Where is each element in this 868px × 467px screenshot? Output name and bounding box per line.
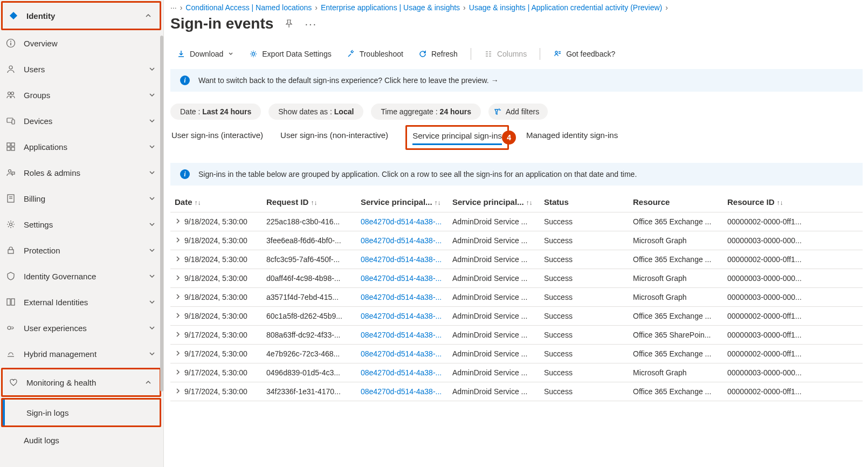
sidebar-item-billing[interactable]: Billing — [0, 186, 163, 211]
refresh-button[interactable]: Refresh — [412, 46, 464, 61]
table-row[interactable]: 9/18/2024, 5:30:00d0aff46f-4c98-4b98-...… — [170, 269, 863, 288]
sidebar-item-users[interactable]: Users — [0, 56, 163, 82]
tab-managed-identity[interactable]: Managed identity sign-ins — [526, 128, 618, 150]
sidebar-item-label: Settings — [24, 220, 148, 229]
sidebar-item-protection[interactable]: Protection — [0, 237, 163, 263]
col-reqid[interactable]: Request ID — [266, 197, 308, 207]
sidebar-item-userexp[interactable]: User experiences — [0, 315, 163, 341]
chevron-down-icon — [148, 117, 157, 125]
download-button[interactable]: Download — [170, 46, 240, 61]
sidebar-item-label: Identity — [26, 11, 144, 20]
table-row[interactable]: 9/17/2024, 5:30:00808a63ff-dc92-4f33-...… — [170, 326, 863, 345]
chevron-down-icon — [228, 51, 234, 57]
chevron-right-icon[interactable] — [175, 369, 181, 375]
breadcrumb-link[interactable]: Conditional Access | Named locations — [185, 3, 312, 12]
sidebar-item-overview[interactable]: Overview — [0, 30, 163, 56]
cell-reqid: 8cfc3c95-7af6-450f-... — [262, 250, 356, 269]
sort-icon[interactable]: ↑↓ — [777, 199, 783, 207]
sidebar-item-audit[interactable]: Audit logs — [0, 427, 163, 453]
sidebar-item-devices[interactable]: Devices — [0, 108, 163, 134]
chevron-right-icon[interactable] — [175, 388, 181, 394]
cell-spid[interactable]: 08e4270d-d514-4a38-... — [356, 212, 448, 231]
table-row[interactable]: 9/18/2024, 5:30:003fee6ea8-f6d6-4bf0-...… — [170, 231, 863, 250]
sort-icon[interactable]: ↑↓ — [435, 199, 441, 207]
banner-text: Want to switch back to the default sign-… — [198, 76, 499, 85]
sidebar-item-applications[interactable]: Applications — [0, 134, 163, 160]
scrollbar[interactable] — [160, 36, 163, 392]
tab-user-noninteractive[interactable]: User sign-ins (non-interactive) — [280, 128, 388, 150]
feedback-button[interactable]: Got feedback? — [547, 46, 622, 61]
cell-spid[interactable]: 08e4270d-d514-4a38-... — [356, 326, 448, 345]
tab-user-interactive[interactable]: User sign-ins (interactive) — [171, 128, 263, 150]
page-title: Sign-in events — [170, 15, 273, 32]
chevron-right-icon[interactable] — [175, 274, 181, 281]
svg-rect-8 — [12, 120, 15, 124]
chevron-right-icon[interactable] — [175, 256, 181, 262]
cell-spid[interactable]: 08e4270d-d514-4a38-... — [356, 363, 448, 382]
sidebar-item-external[interactable]: External Identities — [0, 289, 163, 315]
sidebar-item-label: Protection — [24, 246, 148, 255]
export-button[interactable]: Export Data Settings — [243, 46, 337, 61]
chevron-right-icon[interactable] — [175, 350, 181, 356]
pin-icon[interactable] — [284, 19, 294, 29]
col-resid[interactable]: Resource ID — [727, 197, 775, 207]
table-row[interactable]: 9/18/2024, 5:30:00225ac188-c3b0-416...08… — [170, 212, 863, 231]
table-row[interactable]: 9/18/2024, 5:30:008cfc3c95-7af6-450f-...… — [170, 250, 863, 269]
col-status[interactable]: Status — [544, 197, 569, 207]
filter-showdates[interactable]: Show dates as : Local — [268, 104, 363, 120]
table-row[interactable]: 9/18/2024, 5:30:00a3571f4d-7ebd-415...08… — [170, 288, 863, 307]
sort-icon[interactable]: ↑↓ — [195, 199, 201, 207]
chevron-right-icon[interactable] — [175, 293, 181, 300]
table-row[interactable]: 9/17/2024, 5:30:004e7b926c-72c3-468...08… — [170, 345, 863, 363]
info-banner-grouped: Sign-ins in the table below are grouped … — [170, 163, 863, 186]
col-spname[interactable]: Service principal... — [452, 197, 524, 207]
tab-service-principal[interactable]: Service principal sign-ins — [412, 129, 502, 145]
sidebar-item-identity[interactable]: Identity — [3, 3, 160, 29]
sidebar-item-monitoring[interactable]: Monitoring & health — [3, 369, 160, 395]
chevron-right-icon[interactable] — [175, 237, 181, 243]
cell-spid[interactable]: 08e4270d-d514-4a38-... — [356, 231, 448, 250]
add-filters-button[interactable]: Add filters — [488, 104, 548, 120]
breadcrumb-more[interactable]: ··· — [170, 3, 177, 12]
cell-resid: 00000003-0000-0ff1... — [723, 326, 863, 345]
cell-spid[interactable]: 08e4270d-d514-4a38-... — [356, 382, 448, 401]
sidebar-item-label: Billing — [24, 194, 148, 203]
sidebar-item-signin[interactable]: Sign-in logs — [3, 400, 160, 425]
cell-spid[interactable]: 08e4270d-d514-4a38-... — [356, 307, 448, 326]
add-filters-label: Add filters — [506, 107, 539, 116]
banner-text: Sign-ins in the table below are grouped … — [198, 170, 637, 178]
sidebar-item-groups[interactable]: Groups — [0, 82, 163, 108]
filter-aggregate[interactable]: Time aggregate : 24 hours — [371, 104, 481, 120]
chevron-right-icon[interactable] — [175, 312, 181, 319]
info-banner-preview[interactable]: Want to switch back to the default sign-… — [170, 69, 863, 92]
cell-reqid: 4e7b926c-72c3-468... — [262, 345, 356, 363]
troubleshoot-button[interactable]: Troubleshoot — [340, 46, 410, 61]
sidebar-item-label: Identity Governance — [24, 272, 148, 281]
cell-spid[interactable]: 08e4270d-d514-4a38-... — [356, 345, 448, 363]
sort-icon[interactable]: ↑↓ — [526, 199, 533, 207]
sidebar-item-roles[interactable]: Roles & admins — [0, 160, 163, 186]
svg-point-30 — [555, 51, 557, 53]
cell-spid[interactable]: 08e4270d-d514-4a38-... — [356, 288, 448, 307]
more-icon[interactable]: ··· — [305, 18, 317, 30]
chevron-right-icon[interactable] — [175, 331, 181, 338]
col-resource[interactable]: Resource — [633, 197, 670, 207]
table-row[interactable]: 9/17/2024, 5:30:000496d839-01d5-4c3...08… — [170, 363, 863, 382]
sidebar-item-settings[interactable]: Settings — [0, 211, 163, 237]
table-row[interactable]: 9/17/2024, 5:30:0034f2336f-1e31-4170...0… — [170, 382, 863, 401]
svg-point-18 — [10, 223, 12, 226]
col-spid[interactable]: Service principal... — [361, 197, 432, 207]
chevron-right-icon[interactable] — [175, 218, 181, 224]
sidebar-item-label: Overview — [24, 39, 157, 48]
sort-icon[interactable]: ↑↓ — [311, 199, 317, 207]
col-date[interactable]: Date — [175, 197, 192, 207]
breadcrumb-link[interactable]: Enterprise applications | Usage & insigh… — [321, 3, 460, 12]
svg-point-13 — [9, 170, 11, 173]
cell-spid[interactable]: 08e4270d-d514-4a38-... — [356, 250, 448, 269]
table-row[interactable]: 9/18/2024, 5:30:0060c1a5f8-d262-45b9...0… — [170, 307, 863, 326]
sidebar-item-hybrid[interactable]: Hybrid management — [0, 341, 163, 367]
cell-spid[interactable]: 08e4270d-d514-4a38-... — [356, 269, 448, 288]
filter-date[interactable]: Date : Last 24 hours — [170, 104, 261, 120]
breadcrumb-link[interactable]: Usage & insights | Application credentia… — [469, 3, 662, 12]
sidebar-item-governance[interactable]: Identity Governance — [0, 263, 163, 289]
